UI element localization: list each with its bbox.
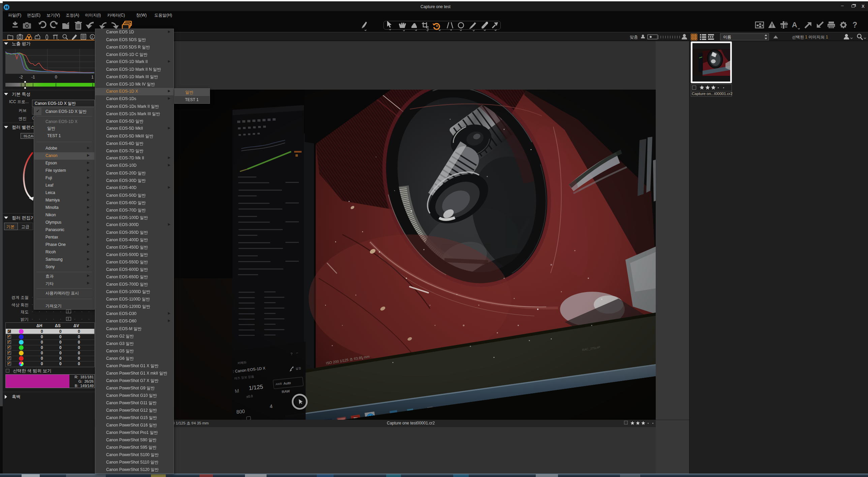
svg-text:?: ? bbox=[852, 21, 857, 29]
svg-text:i: i bbox=[92, 35, 93, 39]
svg-text:A: A bbox=[792, 21, 797, 29]
